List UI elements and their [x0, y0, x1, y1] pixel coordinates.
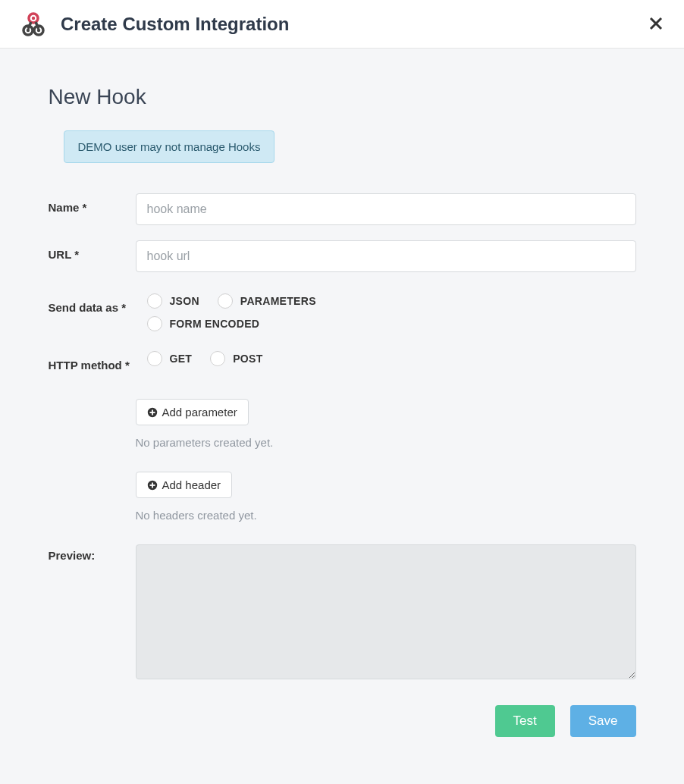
name-input[interactable]	[136, 193, 636, 225]
url-input[interactable]	[136, 240, 636, 272]
radio-circle-icon	[210, 351, 225, 366]
radio-get-label: GET	[170, 353, 193, 365]
radio-circle-icon	[147, 351, 162, 366]
add-header-button[interactable]: Add header	[136, 472, 233, 498]
alert-info: DEMO user may not manage Hooks	[64, 130, 275, 163]
data-format-label: Send data as *	[49, 293, 136, 314]
radio-post-label: POST	[233, 353, 262, 365]
preview-label: Preview:	[49, 544, 136, 562]
radio-circle-icon	[147, 316, 162, 331]
radio-form-encoded-label: FORM ENCODED	[170, 318, 260, 330]
headers-empty-text: No headers created yet.	[136, 509, 636, 522]
radio-json-label: JSON	[170, 295, 199, 307]
plus-circle-icon	[147, 407, 158, 418]
url-label: URL *	[49, 240, 136, 261]
save-button[interactable]: Save	[570, 705, 636, 737]
radio-circle-icon	[218, 293, 233, 309]
page-title: New Hook	[49, 85, 636, 109]
add-parameter-label: Add parameter	[162, 406, 237, 419]
close-button[interactable]	[646, 12, 666, 36]
parameters-empty-text: No parameters created yet.	[136, 436, 636, 449]
close-icon	[649, 14, 663, 34]
webhook-icon	[18, 9, 49, 39]
name-label: Name *	[49, 193, 136, 214]
radio-parameters-label: PARAMETERS	[240, 295, 316, 307]
radio-json[interactable]: JSON	[147, 293, 199, 309]
add-header-label: Add header	[162, 478, 221, 491]
radio-post[interactable]: POST	[210, 351, 262, 366]
svg-point-3	[32, 16, 35, 19]
radio-parameters[interactable]: PARAMETERS	[218, 293, 316, 309]
radio-get[interactable]: GET	[147, 351, 193, 366]
preview-textarea[interactable]	[136, 544, 636, 679]
plus-circle-icon	[147, 480, 158, 491]
test-button[interactable]: Test	[495, 705, 555, 737]
radio-circle-icon	[147, 293, 162, 309]
header-title: Create Custom Integration	[61, 14, 289, 35]
add-parameter-button[interactable]: Add parameter	[136, 399, 249, 425]
svg-point-5	[37, 28, 40, 31]
svg-point-4	[27, 28, 30, 31]
radio-form-encoded[interactable]: FORM ENCODED	[147, 316, 260, 331]
http-method-label: HTTP method *	[49, 351, 136, 372]
